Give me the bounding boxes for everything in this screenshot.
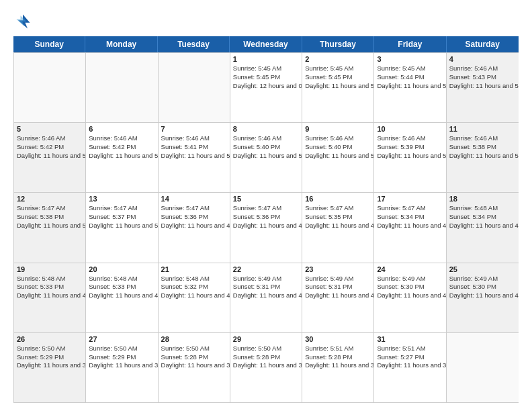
sunrise-text: Sunrise: 5:50 AM <box>161 345 227 353</box>
header-day-saturday: Saturday <box>447 36 519 52</box>
sunset-text: Sunset: 5:27 PM <box>377 353 443 362</box>
sunrise-text: Sunrise: 5:47 AM <box>89 204 154 213</box>
daylight-text: Daylight: 11 hours and 42 minutes. <box>233 291 299 300</box>
day-cell-18: 18Sunrise: 5:48 AMSunset: 5:34 PMDayligh… <box>447 193 519 262</box>
sunset-text: Sunset: 5:41 PM <box>161 143 227 152</box>
header-day-monday: Monday <box>85 36 157 52</box>
sunrise-text: Sunrise: 5:51 AM <box>377 345 443 353</box>
sunrise-text: Sunrise: 5:49 AM <box>449 275 516 283</box>
sunrise-text: Sunrise: 5:46 AM <box>17 134 83 143</box>
sunrise-text: Sunrise: 5:48 AM <box>449 204 516 213</box>
week-row-2: 5Sunrise: 5:46 AMSunset: 5:42 PMDaylight… <box>14 122 519 192</box>
day-number: 29 <box>233 335 299 343</box>
sunrise-text: Sunrise: 5:49 AM <box>305 275 371 283</box>
sunrise-text: Sunrise: 5:48 AM <box>161 275 227 283</box>
daylight-text: Daylight: 11 hours and 54 minutes. <box>233 152 299 161</box>
day-cell-7: 7Sunrise: 5:46 AMSunset: 5:41 PMDaylight… <box>159 123 230 192</box>
day-cell-8: 8Sunrise: 5:46 AMSunset: 5:40 PMDaylight… <box>230 123 302 192</box>
sunrise-text: Sunrise: 5:46 AM <box>449 64 516 73</box>
sunset-text: Sunset: 5:29 PM <box>89 353 154 362</box>
sunset-text: Sunset: 5:28 PM <box>305 353 371 362</box>
day-number: 21 <box>161 265 227 273</box>
week-row-3: 12Sunrise: 5:47 AMSunset: 5:38 PMDayligh… <box>14 192 519 262</box>
week-row-4: 19Sunrise: 5:48 AMSunset: 5:33 PMDayligh… <box>14 263 519 332</box>
sunset-text: Sunset: 5:30 PM <box>449 283 516 291</box>
sunset-text: Sunset: 5:45 PM <box>305 73 371 82</box>
logo-icon <box>13 12 32 31</box>
sunset-text: Sunset: 5:28 PM <box>161 353 227 362</box>
sunset-text: Sunset: 5:35 PM <box>305 213 371 222</box>
day-number: 1 <box>233 55 299 63</box>
sunset-text: Sunset: 5:40 PM <box>305 143 371 152</box>
day-cell-16: 16Sunrise: 5:47 AMSunset: 5:35 PMDayligh… <box>302 193 374 262</box>
day-cell-3: 3Sunrise: 5:45 AMSunset: 5:44 PMDaylight… <box>374 53 446 122</box>
day-cell-27: 27Sunrise: 5:50 AMSunset: 5:29 PMDayligh… <box>86 333 158 402</box>
day-number: 25 <box>449 265 516 273</box>
sunset-text: Sunset: 5:37 PM <box>89 213 154 222</box>
day-cell-4: 4Sunrise: 5:46 AMSunset: 5:43 PMDaylight… <box>447 53 519 122</box>
daylight-text: Daylight: 11 hours and 49 minutes. <box>161 222 227 230</box>
day-number: 17 <box>377 195 443 203</box>
day-cell-11: 11Sunrise: 5:46 AMSunset: 5:38 PMDayligh… <box>447 123 519 192</box>
day-number: 3 <box>377 55 443 63</box>
sunset-text: Sunset: 5:43 PM <box>449 73 516 82</box>
sunrise-text: Sunrise: 5:47 AM <box>305 204 371 213</box>
sunset-text: Sunset: 5:31 PM <box>233 283 299 291</box>
daylight-text: Daylight: 11 hours and 52 minutes. <box>377 152 443 161</box>
sunrise-text: Sunrise: 5:50 AM <box>89 345 154 353</box>
empty-cell-0-0 <box>14 53 86 122</box>
sunset-text: Sunset: 5:38 PM <box>17 213 83 222</box>
day-cell-2: 2Sunrise: 5:45 AMSunset: 5:45 PMDaylight… <box>302 53 374 122</box>
sunset-text: Sunset: 5:40 PM <box>233 143 299 152</box>
daylight-text: Daylight: 11 hours and 36 minutes. <box>377 361 443 370</box>
day-number: 27 <box>89 335 154 343</box>
header-day-sunday: Sunday <box>13 36 85 52</box>
sunset-text: Sunset: 5:45 PM <box>233 73 299 82</box>
sunrise-text: Sunrise: 5:45 AM <box>377 64 443 73</box>
day-number: 7 <box>161 125 227 133</box>
sunset-text: Sunset: 5:30 PM <box>377 283 443 291</box>
day-cell-12: 12Sunrise: 5:47 AMSunset: 5:38 PMDayligh… <box>14 193 86 262</box>
daylight-text: Daylight: 11 hours and 39 minutes. <box>17 361 83 370</box>
calendar: SundayMondayTuesdayWednesdayThursdayFrid… <box>13 36 519 403</box>
daylight-text: Daylight: 11 hours and 39 minutes. <box>89 361 154 370</box>
sunrise-text: Sunrise: 5:51 AM <box>305 345 371 353</box>
day-number: 12 <box>17 195 83 203</box>
daylight-text: Daylight: 12 hours and 0 minutes. <box>233 82 299 91</box>
sunrise-text: Sunrise: 5:47 AM <box>17 204 83 213</box>
sunrise-text: Sunrise: 5:48 AM <box>17 275 83 283</box>
week-row-5: 26Sunrise: 5:50 AMSunset: 5:29 PMDayligh… <box>14 332 519 402</box>
day-cell-15: 15Sunrise: 5:47 AMSunset: 5:36 PMDayligh… <box>230 193 302 262</box>
day-number: 28 <box>161 335 227 343</box>
daylight-text: Daylight: 11 hours and 58 minutes. <box>377 82 443 91</box>
daylight-text: Daylight: 11 hours and 50 minutes. <box>89 222 154 230</box>
sunrise-text: Sunrise: 5:46 AM <box>233 134 299 143</box>
daylight-text: Daylight: 11 hours and 55 minutes. <box>161 152 227 161</box>
day-cell-9: 9Sunrise: 5:46 AMSunset: 5:40 PMDaylight… <box>302 123 374 192</box>
day-cell-25: 25Sunrise: 5:49 AMSunset: 5:30 PMDayligh… <box>447 263 519 332</box>
day-cell-14: 14Sunrise: 5:47 AMSunset: 5:36 PMDayligh… <box>159 193 230 262</box>
day-number: 16 <box>305 195 371 203</box>
daylight-text: Daylight: 11 hours and 43 minutes. <box>161 291 227 300</box>
sunrise-text: Sunrise: 5:47 AM <box>161 204 227 213</box>
day-cell-29: 29Sunrise: 5:50 AMSunset: 5:28 PMDayligh… <box>230 333 302 402</box>
day-cell-20: 20Sunrise: 5:48 AMSunset: 5:33 PMDayligh… <box>86 263 158 332</box>
sunrise-text: Sunrise: 5:45 AM <box>233 64 299 73</box>
day-cell-24: 24Sunrise: 5:49 AMSunset: 5:30 PMDayligh… <box>374 263 446 332</box>
day-number: 24 <box>377 265 443 273</box>
daylight-text: Daylight: 11 hours and 41 minutes. <box>377 291 443 300</box>
sunrise-text: Sunrise: 5:47 AM <box>233 204 299 213</box>
day-number: 15 <box>233 195 299 203</box>
day-cell-13: 13Sunrise: 5:47 AMSunset: 5:37 PMDayligh… <box>86 193 158 262</box>
sunset-text: Sunset: 5:32 PM <box>161 283 227 291</box>
sunset-text: Sunset: 5:34 PM <box>377 213 443 222</box>
sunset-text: Sunset: 5:42 PM <box>17 143 83 152</box>
header-day-thursday: Thursday <box>302 36 374 52</box>
sunset-text: Sunset: 5:31 PM <box>305 283 371 291</box>
day-cell-31: 31Sunrise: 5:51 AMSunset: 5:27 PMDayligh… <box>374 333 446 402</box>
sunset-text: Sunset: 5:39 PM <box>377 143 443 152</box>
sunrise-text: Sunrise: 5:49 AM <box>377 275 443 283</box>
sunset-text: Sunset: 5:34 PM <box>449 213 516 222</box>
day-cell-23: 23Sunrise: 5:49 AMSunset: 5:31 PMDayligh… <box>302 263 374 332</box>
day-number: 5 <box>17 125 83 133</box>
